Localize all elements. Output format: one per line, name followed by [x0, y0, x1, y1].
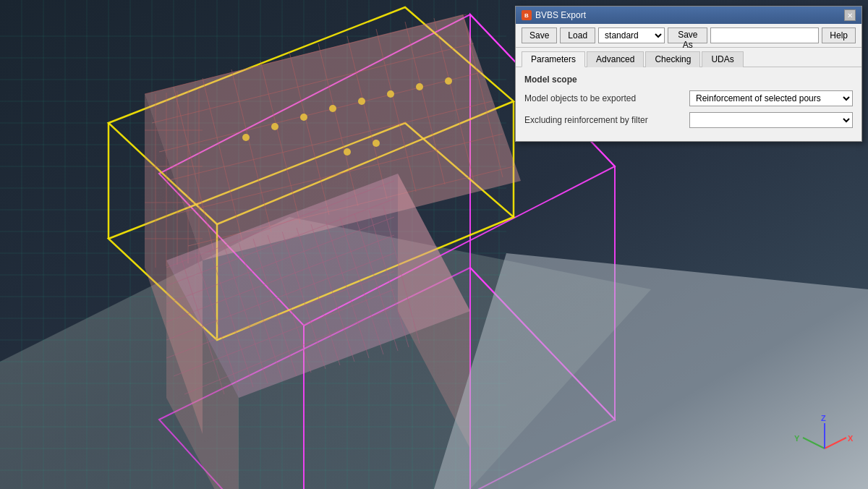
- svg-text:X: X: [848, 434, 854, 443]
- preset-name-input[interactable]: [710, 27, 819, 43]
- model-objects-label: Model objects to be exported: [524, 93, 684, 103]
- preset-select[interactable]: standard: [598, 27, 665, 43]
- excluding-reinforcement-select[interactable]: [689, 112, 853, 128]
- svg-point-112: [300, 114, 307, 121]
- app-icon: B: [522, 10, 532, 20]
- svg-point-116: [416, 83, 423, 90]
- save-button[interactable]: Save: [522, 27, 557, 43]
- svg-point-110: [242, 134, 250, 141]
- tab-checking[interactable]: Checking: [645, 51, 700, 67]
- close-button[interactable]: ✕: [844, 9, 856, 21]
- svg-point-115: [387, 90, 394, 98]
- model-objects-row: Model objects to be exported Reinforceme…: [524, 90, 853, 106]
- svg-text:Y: Y: [794, 434, 800, 443]
- dialog-title: BVBS Export: [535, 10, 586, 20]
- svg-point-111: [271, 123, 278, 130]
- titlebar-left: B BVBS Export: [522, 10, 586, 20]
- svg-point-117: [445, 77, 452, 85]
- excluding-reinforcement-row: Excluding reinforcement by filter: [524, 112, 853, 128]
- svg-point-119: [373, 140, 380, 147]
- tab-advanced[interactable]: Advanced: [587, 51, 644, 67]
- dialog-titlebar: B BVBS Export ✕: [516, 7, 861, 24]
- svg-point-118: [344, 148, 351, 156]
- excluding-reinforcement-label: Excluding reinforcement by filter: [524, 115, 684, 125]
- svg-point-114: [358, 98, 365, 105]
- svg-text:Z: Z: [821, 414, 826, 422]
- bvbs-export-dialog: B BVBS Export ✕ Save Load standard Save …: [515, 6, 862, 142]
- load-button[interactable]: Load: [560, 27, 595, 43]
- save-as-button[interactable]: Save As: [668, 27, 707, 43]
- dialog-content: Model scope Model objects to be exported…: [516, 67, 861, 141]
- tab-parameters[interactable]: Parameters: [522, 51, 585, 67]
- tab-udas[interactable]: UDAs: [702, 51, 743, 67]
- svg-point-113: [329, 105, 336, 112]
- dialog-toolbar: Save Load standard Save As Help: [516, 24, 861, 48]
- svg-marker-120: [434, 253, 868, 489]
- tabs-bar: Parameters Advanced Checking UDAs: [516, 48, 861, 67]
- model-objects-select[interactable]: Reinforcement of selected pours All rein…: [689, 90, 853, 106]
- help-button[interactable]: Help: [822, 27, 856, 43]
- section-title: Model scope: [524, 75, 853, 85]
